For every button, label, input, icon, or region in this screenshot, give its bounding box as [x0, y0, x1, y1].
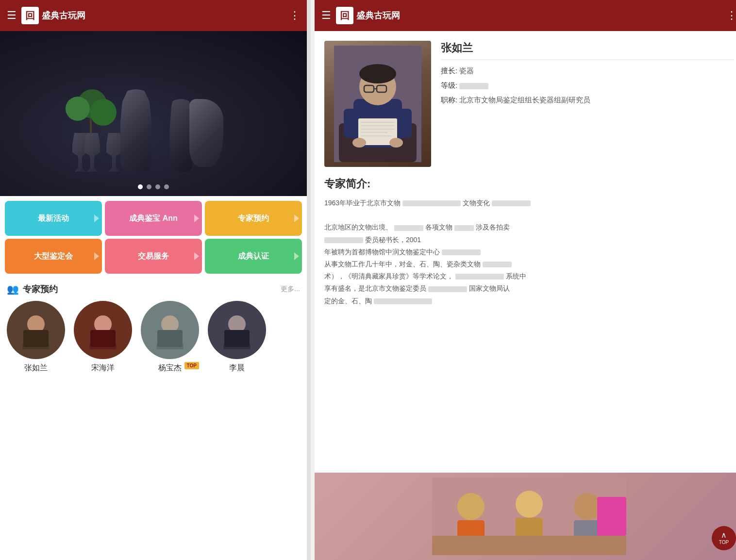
bio-line-7: 定的金、石、陶 [324, 297, 372, 305]
left-panel: ☰ 回 盛典古玩网 ⋮ 最新 [0, 0, 307, 560]
profile-name: 张如兰 [441, 41, 734, 60]
bio-blur-3 [394, 225, 423, 231]
menu-appraisal-event[interactable]: 大型鉴定会 [5, 239, 102, 274]
title-text: 北京市文物局鉴定组组长瓷器组副研究员 [459, 96, 590, 104]
profile-level: 等级: [441, 80, 734, 91]
left-header-left: ☰ 回 盛典古玩网 [7, 7, 85, 24]
right-header-left: ☰ 回 盛典古玩网 [321, 7, 400, 24]
logo-box: 回 盛典古玩网 [21, 7, 85, 24]
more-icon-left[interactable]: ⋮ [289, 9, 300, 22]
svg-point-33 [516, 491, 543, 518]
bio-line-3: 委员秘书长，2001 [365, 236, 421, 244]
bio-line-4: 年被聘为首都博物馆中润文物鉴定中心 [324, 248, 440, 256]
logo-text: 盛典古玩网 [42, 10, 85, 21]
hero-banner[interactable] [0, 31, 307, 196]
hamburger-icon[interactable]: ☰ [7, 9, 17, 22]
bio-blur-5 [324, 237, 363, 243]
profile-specialty: 擅长: 瓷器 [441, 65, 734, 77]
profile-photo [324, 41, 431, 167]
level-value-blurred [459, 83, 488, 89]
bio-label-6: 国家文物局认 [469, 284, 510, 292]
menu-arrow-2 [194, 214, 199, 222]
bottom-strip-inner [315, 473, 736, 560]
svg-rect-2 [23, 330, 49, 347]
svg-point-35 [574, 493, 601, 520]
svg-rect-38 [597, 497, 626, 536]
banner-dots [138, 184, 169, 189]
expert-avatar-yang [141, 301, 199, 359]
bio-blur-4 [454, 225, 474, 231]
section-title: 👥 专家预约 [7, 283, 58, 295]
dot-3[interactable] [155, 184, 160, 189]
expert-avatar-song [74, 301, 132, 359]
more-link[interactable]: 更多... [281, 285, 300, 294]
specialty-label: 擅长: [441, 66, 457, 75]
dot-1[interactable] [138, 184, 143, 189]
menu-arrow-5 [194, 252, 199, 260]
menu-arrow-4 [94, 252, 99, 260]
svg-point-29 [389, 138, 403, 148]
top-arrow-icon: ∧ [721, 531, 727, 539]
menu-certification[interactable]: 成典认证 [205, 239, 302, 274]
section-header: 👥 专家预约 更多... [7, 283, 300, 295]
svg-rect-5 [90, 330, 116, 347]
bio-label-4: 术），《明清典藏家具珍赏》等学术论文， [324, 272, 453, 280]
svg-point-16 [359, 64, 396, 83]
svg-point-31 [457, 493, 485, 520]
bio-label-3: 涉及各拍卖 [476, 223, 510, 231]
section-title-text: 专家预约 [23, 283, 58, 295]
menu-trade-service[interactable]: 交易服务 [105, 239, 202, 274]
title-label: 职称: [441, 96, 457, 104]
menu-arrow-6 [294, 252, 299, 260]
svg-rect-37 [432, 536, 626, 555]
expert-avatar-zhang [7, 301, 65, 359]
top-label-text: TOP [719, 540, 729, 545]
bio-blur-6 [442, 249, 481, 255]
vase-large [117, 89, 155, 172]
expert-avatar-li [208, 301, 266, 359]
logo-icon: 回 [21, 7, 39, 24]
expert-item-zhang[interactable]: 张如兰 [7, 301, 65, 373]
expert-item-li[interactable]: 李晨 [208, 301, 266, 373]
bio-label-2: 各项文物 [425, 223, 452, 231]
panel-separator [307, 0, 311, 560]
menu-arrow-3 [294, 214, 299, 222]
right-logo-text: 盛典古玩网 [356, 10, 400, 21]
right-logo-icon: 回 [336, 7, 353, 24]
bio-line-5: 从事文物工作几十年中，对金、石、陶、瓷杂类文物 [324, 260, 481, 268]
scroll-to-top-button[interactable]: ∧ TOP [712, 526, 736, 550]
menu-appraisal-ann[interactable]: 成典鉴宝 Ann [105, 201, 202, 236]
hamburger-icon-right[interactable]: ☰ [321, 9, 331, 22]
bio-title: 专家简介: [324, 177, 734, 191]
dot-4[interactable] [164, 184, 169, 189]
expert-profile: 张如兰 擅长: 瓷器 等级: 职称: 北京市文物局鉴定组组长瓷器组副研究员 [315, 31, 736, 177]
dot-2[interactable] [147, 184, 151, 189]
expert-name-song: 宋海洋 [91, 363, 115, 373]
top-badge-label: TOP [184, 362, 199, 369]
bottom-image-strip: ∧ TOP [315, 473, 736, 560]
expert-name-yang: 杨宝杰 [158, 363, 182, 373]
expert-name-zhang: 张如兰 [24, 363, 48, 373]
bio-blur-7 [483, 262, 512, 267]
right-header: ☰ 回 盛典古玩网 ⋮ [315, 0, 736, 31]
left-header: ☰ 回 盛典古玩网 ⋮ [0, 0, 307, 31]
bio-line-1: 1963年毕业于北京市文物 [324, 199, 401, 207]
menu-expert-booking[interactable]: 专家预约 [205, 201, 302, 236]
expert-section: 👥 专家预约 更多... 张如兰 [0, 279, 307, 560]
menu-latest-activity[interactable]: 最新活动 [5, 201, 102, 236]
expert-item-song[interactable]: 宋海洋 [74, 301, 132, 373]
svg-point-28 [352, 138, 366, 148]
profile-info: 张如兰 擅长: 瓷器 等级: 职称: 北京市文物局鉴定组组长瓷器组副研究员 [441, 41, 734, 167]
bio-text: 1963年毕业于北京市文物 文物变化 北京地区的文物出境、 各项文物 涉及各拍卖… [324, 197, 734, 307]
menu-grid: 最新活动 成典鉴宝 Ann 专家预约 大型鉴定会 交易服务 成典认证 [0, 196, 307, 279]
menu-arrow-1 [94, 214, 99, 222]
bio-line-6: 享有盛名，是北京市文物鉴定委员 [324, 284, 426, 292]
bio-blur-1 [402, 200, 461, 206]
profile-title: 职称: 北京市文物局鉴定组组长瓷器组副研究员 [441, 94, 734, 106]
hero-bg [0, 31, 307, 196]
expert-item-yang[interactable]: TOP 杨宝杰 [141, 301, 199, 373]
bio-label-1: 文物变化 [463, 199, 492, 207]
expert-icon: 👥 [7, 283, 19, 295]
more-icon-right[interactable]: ⋮ [726, 9, 736, 22]
bio-line-2: 北京地区的文物出境、 [324, 223, 392, 231]
